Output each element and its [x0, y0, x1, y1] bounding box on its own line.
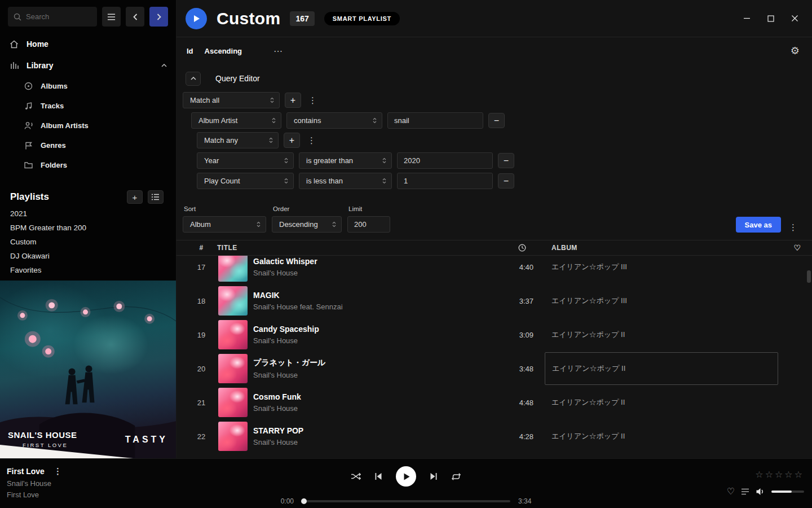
- albums-icon: [24, 82, 33, 90]
- search-input[interactable]: [26, 12, 91, 21]
- add-playlist-button[interactable]: +: [127, 190, 143, 204]
- seek-knob[interactable]: [301, 498, 307, 504]
- column-title[interactable]: TITLE: [217, 244, 500, 252]
- sidebar-item-genres[interactable]: Genres: [0, 135, 176, 155]
- rule-row-album-artist: Album Artist contains −: [191, 112, 812, 129]
- track-title: STARRY POP: [253, 426, 500, 435]
- scrollbar-thumb[interactable]: [807, 270, 811, 283]
- playlist-label: DJ Okawari: [10, 252, 50, 260]
- minimize-button[interactable]: [743, 15, 751, 22]
- order-select[interactable]: Descending: [272, 216, 342, 233]
- playlist-item-bpm[interactable]: BPM Greater than 200: [0, 221, 176, 235]
- album-cell-focused[interactable]: エイリアン☆ポップ II: [545, 352, 778, 385]
- previous-track-button[interactable]: [374, 472, 382, 480]
- more-options-icon[interactable]: ⋯: [273, 46, 283, 56]
- root-match-select[interactable]: Match all: [183, 92, 280, 108]
- volume-icon[interactable]: [756, 488, 765, 496]
- playlist-item-favorites[interactable]: Favorites: [0, 263, 176, 277]
- column-index[interactable]: #: [186, 244, 217, 252]
- select-caret-icon: [280, 178, 288, 184]
- track-row-17[interactable]: 17 Galactic Whisper Snail's House 4:40 エ…: [176, 256, 812, 284]
- rule-value-input[interactable]: [387, 112, 483, 129]
- playcount-value-input[interactable]: [397, 173, 493, 189]
- now-playing-artwork: SNAIL'S HOUSE FIRST LOVE TASTY: [0, 281, 176, 458]
- sort-direction-button[interactable]: Ascending: [205, 47, 242, 55]
- year-field-select[interactable]: Year: [197, 152, 294, 169]
- sort-select[interactable]: Album: [183, 216, 266, 233]
- sidebar-item-album-artists[interactable]: Album Artists: [0, 116, 176, 135]
- sidebar-item-home[interactable]: Home: [0, 33, 176, 55]
- remove-year-rule-button[interactable]: −: [498, 153, 514, 168]
- remove-rule-button[interactable]: −: [488, 113, 505, 128]
- play-playlist-button[interactable]: [186, 8, 207, 29]
- playcount-operator-select[interactable]: is less than: [299, 173, 392, 189]
- chevron-up-icon: [191, 77, 196, 80]
- menu-button[interactable]: [102, 7, 121, 27]
- repeat-button[interactable]: [451, 472, 461, 481]
- artwork-title: FIRST LOVE: [23, 442, 68, 448]
- settings-gear-icon[interactable]: ⚙: [791, 45, 800, 57]
- playlist-options-button[interactable]: [148, 190, 164, 204]
- rating-stars[interactable]: ☆☆☆☆☆: [755, 469, 804, 480]
- track-row-21[interactable]: 21 Cosmo Funk Snail's House 4:48 エイリアン☆ポ…: [176, 386, 812, 419]
- save-as-button[interactable]: Save as: [736, 217, 781, 233]
- limit-label: Limit: [347, 205, 390, 212]
- nav-back-button[interactable]: [126, 7, 144, 27]
- group-menu-icon[interactable]: ⋮: [305, 135, 318, 146]
- year-value-input[interactable]: [397, 152, 493, 169]
- next-track-button[interactable]: [430, 472, 438, 480]
- root-match-row: Match all + ⋮: [183, 92, 812, 108]
- playlist-header: Custom 167 SMART PLAYLIST: [176, 0, 812, 37]
- track-title: MAGIK: [253, 291, 500, 300]
- track-number: 18: [186, 297, 217, 305]
- favorite-heart-icon[interactable]: ♡: [727, 486, 735, 497]
- add-group-rule-button[interactable]: +: [284, 133, 300, 148]
- volume-slider[interactable]: [771, 491, 804, 493]
- rule-field-select[interactable]: Album Artist: [191, 112, 281, 129]
- column-duration[interactable]: [500, 244, 545, 252]
- add-rule-button[interactable]: +: [285, 93, 301, 108]
- limit-input[interactable]: [347, 216, 390, 233]
- sidebar-item-tracks[interactable]: Tracks: [0, 96, 176, 116]
- albums-label: Albums: [41, 82, 68, 90]
- track-duration: 4:40: [500, 263, 545, 271]
- remove-playcount-rule-button[interactable]: −: [498, 173, 514, 189]
- sidebar-item-folders[interactable]: Folders: [0, 155, 176, 175]
- column-like[interactable]: ♡: [787, 243, 807, 252]
- save-menu-icon[interactable]: ⋮: [787, 222, 800, 233]
- track-row-19[interactable]: 19 Candy Spaceship Snail's House 3:09 エイ…: [176, 318, 812, 352]
- maximize-button[interactable]: [767, 15, 774, 22]
- queue-icon[interactable]: [741, 488, 749, 495]
- track-duration: 3:48: [500, 365, 545, 373]
- playlist-item-2021[interactable]: 2021: [0, 207, 176, 221]
- year-operator-select[interactable]: is greater than: [299, 152, 392, 169]
- sidebar-item-albums[interactable]: Albums: [0, 76, 176, 96]
- rule-menu-icon[interactable]: ⋮: [306, 95, 319, 106]
- genres-label: Genres: [41, 141, 66, 150]
- track-row-18[interactable]: 18 MAGIK Snail's House feat. Sennzai 3:3…: [176, 284, 812, 318]
- sidebar-item-library[interactable]: Library: [0, 55, 176, 76]
- track-row-20[interactable]: 20 プラネット・ガール Snail's House 3:48 エイリアン☆ポッ…: [176, 352, 812, 386]
- nav-forward-button[interactable]: [149, 7, 168, 27]
- sort-order-limit-row: Sort Album Order Descending: [176, 205, 812, 240]
- track-row-22[interactable]: 22 STARRY POP Snail's House 4:28 エイリアン☆ポ…: [176, 419, 812, 453]
- select-caret-icon: [267, 117, 276, 124]
- tracks-label: Tracks: [41, 102, 64, 110]
- track-number: 22: [186, 432, 217, 441]
- sort-field-button[interactable]: Id: [187, 47, 193, 55]
- chevron-right-icon: [157, 14, 161, 20]
- rule-operator-select[interactable]: contains: [286, 112, 382, 129]
- now-playing-title: First Love: [7, 467, 45, 476]
- search-box[interactable]: [8, 7, 97, 27]
- group-match-select[interactable]: Match any: [197, 132, 279, 148]
- collapse-query-editor-button[interactable]: [186, 72, 201, 86]
- playlist-item-custom[interactable]: Custom: [0, 235, 176, 249]
- seek-bar[interactable]: [302, 500, 510, 502]
- playlist-item-dj-okawari[interactable]: DJ Okawari: [0, 249, 176, 263]
- play-pause-button[interactable]: [396, 466, 416, 487]
- column-album[interactable]: ALBUM: [545, 244, 787, 252]
- playcount-field-select[interactable]: Play Count: [197, 173, 294, 189]
- now-playing-menu-icon[interactable]: ⋮: [51, 466, 64, 476]
- shuffle-button[interactable]: [351, 472, 361, 480]
- close-button[interactable]: [791, 15, 798, 22]
